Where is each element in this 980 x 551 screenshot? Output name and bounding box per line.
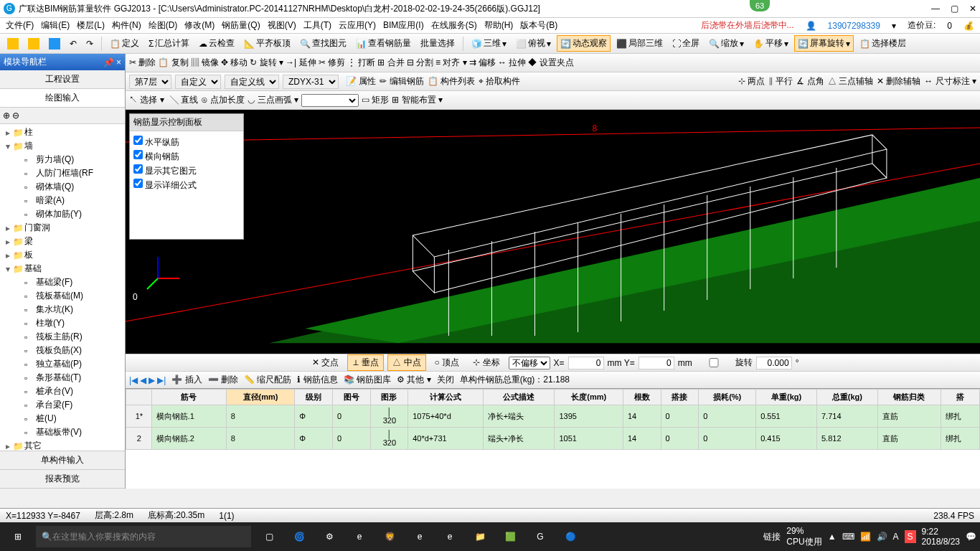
find-button[interactable]: 🔍 查找图元 bbox=[296, 35, 350, 52]
copy-button[interactable]: 📋 复制 bbox=[158, 57, 188, 69]
tree-item[interactable]: ▫条形基础(T) bbox=[1, 371, 123, 385]
chk-formula[interactable]: 显示详细公式 bbox=[133, 178, 240, 192]
prev-button[interactable]: ◀ bbox=[140, 375, 146, 385]
volume-icon[interactable]: 🔊 bbox=[877, 532, 887, 542]
app-icon-1[interactable]: 🌀 bbox=[285, 522, 314, 551]
fullscreen-button[interactable]: ⛶ 全屏 bbox=[669, 35, 703, 52]
search-box[interactable]: 🔍 在这里输入你要搜索的内容 bbox=[36, 526, 251, 547]
tab-drawing-input[interactable]: 绘图输入 bbox=[0, 89, 125, 108]
menu-view[interactable]: 视图(V) bbox=[265, 18, 298, 33]
calc-button[interactable]: Σ 汇总计算 bbox=[145, 35, 193, 52]
edit-rebar-button[interactable]: ✏ 编辑钢筋 bbox=[380, 75, 423, 88]
cpu-usage[interactable]: 29%CPU使用 bbox=[786, 526, 821, 548]
tree-item[interactable]: ▫人防门框墙(RF bbox=[1, 166, 123, 180]
rebar-row[interactable]: 1*横向钢筋.18Φ0│3201075+40*d净长+端头139514000.5… bbox=[126, 405, 980, 428]
rebar-row[interactable]: 2横向钢筋.28Φ0│32040*d+731端头+净长105114000.415… bbox=[126, 428, 980, 450]
tree-item[interactable]: ▫桩(U) bbox=[1, 412, 123, 425]
delete-axis-button[interactable]: ✕ 删除辅轴 bbox=[877, 75, 920, 88]
y-input[interactable] bbox=[639, 357, 674, 369]
dimension-button[interactable]: ↔ 尺寸标注 ▾ bbox=[924, 75, 976, 88]
batch-select-button[interactable]: 批量选择 bbox=[417, 35, 458, 52]
menu-component[interactable]: 构件(N) bbox=[110, 18, 143, 33]
floor-select[interactable]: 第7层 bbox=[129, 75, 171, 89]
tree-item[interactable]: ▾📁墙 bbox=[1, 139, 123, 153]
menu-bim[interactable]: BIM应用(I) bbox=[381, 18, 426, 33]
tree-item[interactable]: ▫筏板基础(M) bbox=[1, 289, 123, 303]
menu-rebar[interactable]: 钢筋量(Q) bbox=[220, 18, 262, 33]
scale-button[interactable]: 📏 缩尺配筋 bbox=[244, 374, 291, 386]
start-button[interactable]: ⊞ bbox=[4, 522, 32, 551]
menu-help[interactable]: 帮助(H) bbox=[482, 18, 516, 33]
menu-cloud[interactable]: 云应用(Y) bbox=[336, 18, 378, 33]
tab-single-input[interactable]: 单构件输入 bbox=[0, 451, 125, 470]
rotate-check[interactable] bbox=[696, 358, 732, 367]
tree-item[interactable]: ▫暗梁(A) bbox=[1, 194, 123, 207]
3d-canvas[interactable]: 0 8 钢筋显示控制面板 水平纵筋 横向钢筋 显示其它图元 显示详细公式 bbox=[126, 110, 980, 354]
tree-item[interactable]: ▸📁其它 bbox=[1, 439, 123, 451]
other-button[interactable]: ⚙ 其他 ▾ bbox=[397, 374, 431, 386]
redo-button[interactable]: ↷ bbox=[83, 37, 97, 51]
snap-vertex[interactable]: ○ 顶点 bbox=[430, 354, 465, 371]
point-angle-button[interactable]: ∡ 点角 bbox=[796, 75, 824, 88]
app-icon-5[interactable]: G bbox=[526, 522, 555, 551]
app-icon-4[interactable]: 🟩 bbox=[496, 522, 524, 551]
tray-icon[interactable]: ▲ bbox=[828, 532, 837, 542]
snap-intersect[interactable]: ✕ 交点 bbox=[307, 354, 344, 371]
snap-mid[interactable]: △ 中点 bbox=[387, 354, 425, 371]
smart-layout-tool[interactable]: ⊞ 智能布置 ▾ bbox=[392, 94, 443, 106]
rebar-display-panel[interactable]: 钢筋显示控制面板 水平纵筋 横向钢筋 显示其它图元 显示详细公式 bbox=[129, 113, 244, 240]
edge-icon[interactable]: e bbox=[345, 522, 374, 551]
subtype-select[interactable]: 自定义线 bbox=[225, 75, 279, 89]
code-select[interactable]: ZDYX-31 bbox=[283, 75, 339, 89]
menu-file[interactable]: 文件(F) bbox=[4, 18, 36, 33]
ime-icon-2[interactable]: S bbox=[905, 530, 916, 543]
chk-other[interactable]: 显示其它图元 bbox=[133, 164, 240, 178]
align-top-button[interactable]: 📐 平齐板顶 bbox=[240, 35, 294, 52]
keyboard-icon[interactable]: ⌨ bbox=[842, 532, 854, 542]
app-icon-6[interactable]: 🔵 bbox=[556, 522, 585, 551]
task-view-icon[interactable]: ▢ bbox=[255, 522, 283, 551]
collapse-icon[interactable]: ⊖ bbox=[12, 110, 19, 121]
pick-button[interactable]: ⌖ 拾取构件 bbox=[479, 75, 520, 88]
trim-button[interactable]: ✂ 修剪 bbox=[319, 57, 345, 69]
align-button[interactable]: ≡ 对齐 ▾ bbox=[435, 57, 467, 69]
select-floor-button[interactable]: 📋 选择楼层 bbox=[856, 35, 910, 52]
menu-draw[interactable]: 绘图(D) bbox=[146, 18, 180, 33]
delete-button[interactable]: ✂ 删除 bbox=[129, 57, 156, 69]
arc-tool[interactable]: ◡ 三点画弧 ▾ bbox=[248, 94, 298, 106]
rebar-info-button[interactable]: ℹ 钢筋信息 bbox=[297, 374, 337, 386]
tree-item[interactable]: ▫集水坑(K) bbox=[1, 303, 123, 316]
rotate-button[interactable]: ↻ 旋转 ▾ bbox=[250, 57, 283, 69]
orbit-button[interactable]: 🔄 动态观察 bbox=[557, 35, 611, 52]
tree-item[interactable]: ▫桩承台(V) bbox=[1, 385, 123, 398]
tab-project-settings[interactable]: 工程设置 bbox=[0, 70, 125, 89]
delete-row-button[interactable]: ➖ 删除 bbox=[208, 374, 238, 386]
cloud-check-button[interactable]: ☁ 云检查 bbox=[195, 35, 238, 52]
new-button[interactable] bbox=[4, 36, 22, 52]
tree-item[interactable]: ▾📁基础 bbox=[1, 262, 123, 276]
undo-button[interactable]: ↶ bbox=[66, 37, 80, 51]
user-id[interactable]: 13907298339 bbox=[826, 19, 882, 32]
rotate-input[interactable] bbox=[756, 357, 792, 369]
first-button[interactable]: |◀ bbox=[129, 375, 138, 385]
component-list-button[interactable]: 📋 构件列表 bbox=[428, 75, 475, 88]
snap-coord[interactable]: ⊹ 坐标 bbox=[468, 354, 504, 371]
menu-floor[interactable]: 楼层(L) bbox=[75, 18, 107, 33]
notification-badge[interactable]: 63 bbox=[750, 0, 770, 11]
menu-version[interactable]: 版本号(B) bbox=[518, 18, 560, 33]
top-view-button[interactable]: ⬜ 俯视 ▾ bbox=[512, 35, 555, 52]
draw-mode-select[interactable] bbox=[301, 94, 359, 107]
parallel-button[interactable]: ∥ 平行 bbox=[768, 75, 793, 88]
tree-item[interactable]: ▸📁门窗洞 bbox=[1, 221, 123, 235]
rebar-lib-button[interactable]: 📚 钢筋图库 bbox=[344, 374, 391, 386]
app-icon-3[interactable]: 🦁 bbox=[375, 522, 404, 551]
tree-item[interactable]: ▫基础板带(V) bbox=[1, 425, 123, 439]
link-status[interactable]: 链接 bbox=[763, 531, 781, 543]
chk-vertical[interactable]: 横向钢筋 bbox=[133, 149, 240, 164]
close-button[interactable]: ✕ bbox=[969, 4, 976, 14]
clock[interactable]: 9:222018/8/23 bbox=[922, 527, 960, 547]
snap-perp[interactable]: ⊥ 垂点 bbox=[347, 354, 384, 371]
expand-icon[interactable]: ⊕ bbox=[3, 110, 10, 121]
x-input[interactable] bbox=[568, 357, 604, 369]
tree-item[interactable]: ▫砌体墙(Q) bbox=[1, 180, 123, 194]
